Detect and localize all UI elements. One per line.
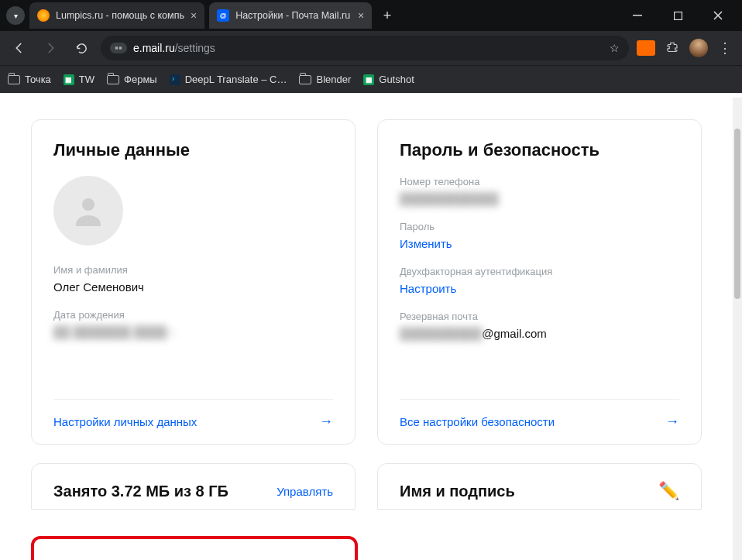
- pencil-icon: ✏️: [658, 481, 679, 501]
- bookmark-fermy[interactable]: Фермы: [107, 74, 157, 85]
- bookmark-star-icon[interactable]: ☆: [610, 42, 620, 54]
- deepl-icon: [170, 74, 180, 85]
- browser-chrome: ▾ Lumpics.ru - помощь с компь × @ Настро…: [0, 0, 742, 93]
- profile-avatar-button[interactable]: [689, 39, 708, 57]
- arrow-right-icon: →: [665, 414, 679, 430]
- field-value-dob: ██ ███████ ████ г.: [53, 325, 333, 338]
- personal-settings-link[interactable]: Настройки личных данных →: [53, 399, 333, 444]
- close-tab-icon[interactable]: ×: [358, 9, 364, 22]
- window-controls: [620, 2, 736, 29]
- chrome-menu-button[interactable]: ⋮: [716, 39, 734, 57]
- site-info-chip[interactable]: [110, 43, 127, 53]
- manage-storage-link[interactable]: Управлять: [277, 485, 333, 498]
- bookmark-tochka[interactable]: Точка: [8, 74, 51, 85]
- tab-search-button[interactable]: ▾: [6, 6, 25, 25]
- storage-text: Занято 3.72 МБ из 8 ГБ: [53, 483, 228, 500]
- field-label-password: Пароль: [400, 221, 679, 232]
- svg-rect-1: [674, 12, 682, 19]
- annotation-highlight: [31, 536, 358, 560]
- field-label-phone: Номер телефона: [400, 176, 679, 187]
- bookmarks-bar: Точка ▦TW Фермы DeepL Translate – C… Ble…: [0, 65, 742, 93]
- window-close-button[interactable]: [700, 2, 736, 29]
- new-tab-button[interactable]: +: [376, 5, 398, 26]
- folder-icon: [299, 75, 311, 84]
- field-value-phone: ████████████: [400, 192, 679, 205]
- field-value-backup-email: ██████████@gmail.com: [400, 327, 679, 340]
- field-label-dob: Дата рождения: [53, 309, 333, 321]
- setup-2fa-link[interactable]: Настроить: [400, 282, 679, 295]
- security-card: Пароль и безопасность Номер телефона ███…: [377, 119, 702, 445]
- favicon-lumpics: [37, 9, 50, 22]
- tab-title: Lumpics.ru - помощь с компь: [56, 10, 184, 21]
- tab-title: Настройки - Почта Mail.ru: [235, 10, 352, 21]
- storage-card: Занято 3.72 МБ из 8 ГБ Управлять: [31, 463, 356, 510]
- window-minimize-button[interactable]: [620, 2, 655, 29]
- window-maximize-button[interactable]: [660, 2, 696, 29]
- scrollbar-track[interactable]: [733, 98, 742, 560]
- sheets-icon: ▦: [363, 74, 374, 85]
- bookmark-deepl[interactable]: DeepL Translate – C…: [170, 74, 287, 85]
- field-label-name: Имя и фамилия: [53, 264, 333, 276]
- bookmark-tw[interactable]: ▦TW: [64, 74, 94, 85]
- tab-strip: ▾ Lumpics.ru - помощь с компь × @ Настро…: [0, 0, 742, 31]
- sheets-icon: ▦: [64, 74, 74, 85]
- svg-point-4: [82, 198, 94, 211]
- signature-title: Имя и подпись: [400, 483, 515, 500]
- back-button[interactable]: [8, 36, 31, 60]
- avatar-placeholder[interactable]: [53, 176, 123, 246]
- browser-tab-mailru[interactable]: @ Настройки - Почта Mail.ru ×: [209, 2, 372, 29]
- address-bar[interactable]: e.mail.ru/settings ☆: [101, 36, 629, 60]
- field-value-name: Олег Семенович: [53, 280, 333, 294]
- browser-toolbar: e.mail.ru/settings ☆ ⋮: [0, 31, 742, 65]
- folder-icon: [107, 75, 119, 84]
- reload-button[interactable]: [70, 36, 93, 60]
- scrollbar-thumb[interactable]: [734, 129, 740, 299]
- card-title: Пароль и безопасность: [400, 140, 679, 160]
- arrow-right-icon: →: [319, 414, 333, 430]
- bookmark-blender[interactable]: Blender: [299, 74, 351, 85]
- forward-button[interactable]: [39, 36, 62, 60]
- bookmark-gutshot[interactable]: ▦Gutshot: [363, 74, 414, 85]
- extensions-button[interactable]: [663, 39, 682, 57]
- url-text: e.mail.ru/settings: [133, 42, 603, 54]
- browser-tab-lumpics[interactable]: Lumpics.ru - помощь с компь ×: [29, 2, 204, 29]
- favicon-mailru: @: [217, 9, 229, 22]
- folder-icon: [8, 75, 20, 84]
- card-title: Личные данные: [53, 140, 333, 160]
- svg-rect-0: [633, 15, 642, 16]
- extension-metamask-icon[interactable]: [637, 39, 655, 57]
- field-label-backup-email: Резервная почта: [400, 311, 679, 322]
- svg-rect-3: [119, 46, 122, 49]
- person-icon: [70, 192, 107, 229]
- field-label-2fa: Двухфакторная аутентификация: [400, 266, 679, 277]
- security-settings-link[interactable]: Все настройки безопасности →: [400, 399, 679, 444]
- page-viewport: Личные данные Имя и фамилия Олег Семенов…: [0, 98, 742, 560]
- close-tab-icon[interactable]: ×: [191, 9, 197, 22]
- change-password-link[interactable]: Изменить: [400, 237, 679, 250]
- signature-card: Имя и подпись ✏️: [377, 463, 702, 510]
- personal-data-card: Личные данные Имя и фамилия Олег Семенов…: [31, 119, 356, 445]
- svg-rect-2: [115, 46, 118, 49]
